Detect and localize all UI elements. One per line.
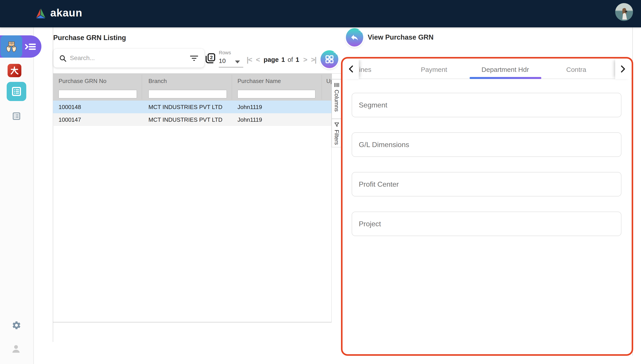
column-header-grn-no[interactable]: Purchase GRN No [58,78,106,84]
rows-select-underline [219,67,243,68]
sidebar-settings-button[interactable] [11,320,22,331]
cell-purchaser: John1119 [238,104,262,110]
filter-icon[interactable] [190,55,198,62]
active-tab-underline [470,77,541,79]
rows-per-page-label: Rows [219,50,231,56]
columns-bars-icon [334,82,340,88]
filters-tab-label: Filters [334,130,340,145]
next-page-button[interactable]: > [303,56,307,64]
sidebar-item-list-app-active[interactable] [7,82,26,101]
cell-branch: MCT INDUSTRIES PVT LTD [148,116,222,123]
table-filter-row [53,88,332,100]
sidebar-item-dai-app[interactable] [8,64,21,77]
person-icon [11,344,21,354]
field-profit-center[interactable]: Profit Center [352,172,622,196]
total-pages-number: 1 [296,56,299,64]
cell-grn-no: 1000148 [58,104,81,110]
topbar: akaun [0,0,641,27]
table-row[interactable]: 1000147 MCT INDUSTRIES PVT LTD John1119 [53,113,332,126]
column-divider [232,75,232,100]
rows-dropdown-caret-icon[interactable] [235,60,240,64]
filter-input-branch[interactable] [148,90,227,98]
first-page-button[interactable]: |< [246,56,252,64]
user-avatar[interactable] [615,3,633,21]
menu-indent-icon[interactable] [24,43,36,51]
field-segment[interactable]: Segment [352,93,622,117]
detail-panel-title: View Purchase GRN [368,33,434,42]
column-divider [142,75,142,100]
pages-icon[interactable]: 2 [204,52,216,64]
svg-text:2: 2 [210,55,213,60]
page-word: page [264,56,279,64]
sidebar-item-inventory-app[interactable] [0,36,22,58]
field-gl-dimensions[interactable]: G/L Dimensions [352,132,622,157]
brand-name: akaun [50,7,82,19]
current-page-number: 1 [281,56,285,64]
pagination: |< < page 1 of 1 > >| [246,54,316,66]
gear-icon [12,320,21,330]
filters-side-tab[interactable]: Filters [332,119,342,147]
side-strip-cap [332,74,342,79]
column-header-purchaser[interactable]: Purchaser Name [238,78,281,84]
cell-grn-no: 1000147 [58,116,81,123]
tabs-scroll-right-button[interactable] [615,59,631,79]
filter-input-grn-no[interactable] [58,90,137,98]
chevron-right-icon [620,65,626,73]
column-divider [322,75,322,100]
cell-branch: MCT INDUSTRIES PVT LTD [148,104,222,110]
back-button[interactable] [346,28,363,46]
cjk-dai-character-icon [10,66,19,75]
detail-panel-right-border [632,27,633,356]
search-box [53,48,204,68]
sidebar-item-list-app-gray[interactable] [11,111,22,122]
columns-side-tab[interactable]: Columns [332,79,342,119]
column-header-branch[interactable]: Branch [148,78,167,84]
search-input[interactable] [70,49,181,68]
tab-lines-clipped[interactable]: ines [359,66,371,74]
sidebar-account-button[interactable] [11,344,21,354]
tab-payment[interactable]: Payment [421,66,447,74]
tabs-scroll-left-button[interactable] [343,59,359,79]
field-project[interactable]: Project [352,212,622,236]
table-header-row: Purchase GRN No Branch Purchaser Name Up [53,74,332,88]
document-list-icon [12,112,21,120]
last-page-button[interactable]: >| [311,56,316,64]
grid-view-button[interactable] [320,50,338,68]
columns-tab-label: Columns [334,90,340,112]
avatar-photo-icon [615,3,633,21]
tab-contra[interactable]: Contra [566,66,586,74]
hands-holding-box-icon [5,40,18,53]
filter-input-purchaser[interactable] [238,90,316,98]
of-word: of [288,56,293,64]
table-bottom-border [53,322,332,322]
app-screen: akaun [0,0,641,364]
column-header-updated-clipped[interactable]: Up [326,78,332,84]
akaun-logo-icon [34,6,48,21]
tab-department-hdr[interactable]: Department Hdr [482,66,529,74]
page-title: Purchase GRN Listing [53,34,126,42]
document-list-icon [11,86,22,97]
rows-per-page-value[interactable]: 10 [219,58,226,64]
search-icon [59,54,67,63]
app-sidebar [0,27,34,364]
table-row-selected[interactable]: 1000148 MCT INDUSTRIES PVT LTD John1119 [53,100,332,113]
chevron-left-icon [348,65,354,73]
page-indicator: page 1 of 1 [264,56,299,64]
cell-purchaser: John1119 [238,116,262,123]
prev-page-button[interactable]: < [256,56,260,64]
funnel-icon [334,122,340,128]
